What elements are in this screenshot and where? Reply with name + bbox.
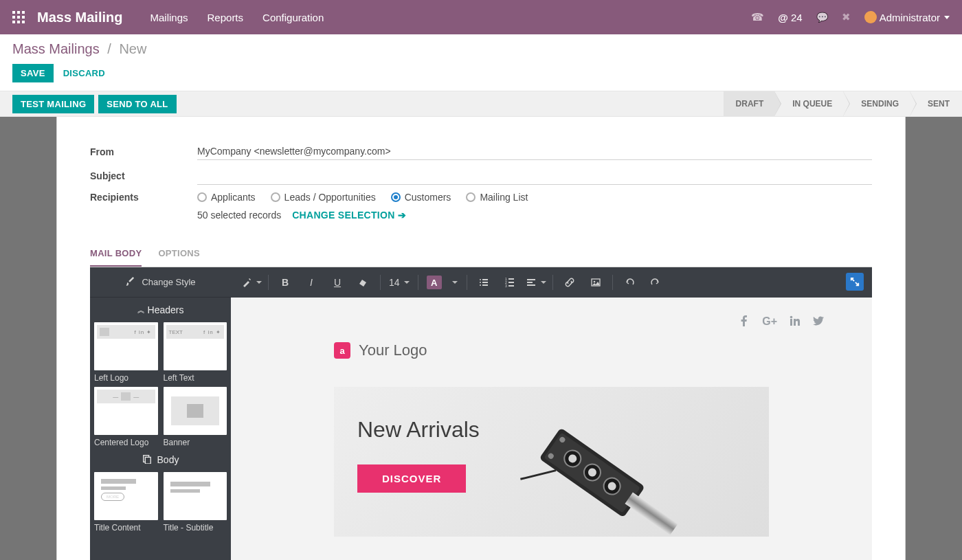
block-banner[interactable]: Banner xyxy=(164,387,227,447)
breadcrumb: Mass Mailings / New xyxy=(12,41,950,57)
facebook-icon[interactable] xyxy=(739,315,750,329)
product-image xyxy=(501,387,680,537)
fullscreen-button[interactable] xyxy=(846,273,864,291)
chevron-up-icon: ︽ xyxy=(137,305,142,315)
caret-down-icon xyxy=(944,16,950,19)
block-left-logo[interactable]: f in ✦ Left Logo xyxy=(94,322,158,383)
side-section-headers[interactable]: ︽ Headers xyxy=(90,298,231,322)
svg-point-6 xyxy=(480,284,481,286)
editor-sidebar: Change Style ︽ Headers f in ✦ Left Logo … xyxy=(90,267,231,560)
change-style-label: Change Style xyxy=(142,277,195,287)
subhead: Mass Mailings / New SAVE DISCARD xyxy=(0,34,962,91)
radio-leads[interactable]: Leads / Opportunities xyxy=(271,192,376,203)
image-button[interactable] xyxy=(583,273,608,292)
twitter-icon[interactable] xyxy=(813,315,824,329)
breadcrumb-sep: / xyxy=(107,41,111,56)
linkedin-icon[interactable] xyxy=(790,315,801,329)
menu-configuration[interactable]: Configuration xyxy=(262,12,324,23)
discard-button[interactable]: DISCARD xyxy=(63,68,105,78)
svg-rect-7 xyxy=(482,284,488,286)
stage-draft[interactable]: DRAFT xyxy=(724,91,775,116)
googleplus-icon[interactable]: G+ xyxy=(762,315,777,329)
form-tabs: MAIL BODY OPTIONS xyxy=(90,241,872,267)
clear-format-button[interactable] xyxy=(351,273,376,292)
svg-point-23 xyxy=(561,447,584,470)
block-centered-logo[interactable]: —— Centered Logo xyxy=(94,387,158,447)
viewbar: TEST MAILING SEND TO ALL DRAFT IN QUEUE … xyxy=(0,91,962,117)
ul-button[interactable] xyxy=(471,273,496,292)
side-section-body[interactable]: Body xyxy=(90,447,231,472)
block-title-subtitle[interactable]: Title - Subtitle xyxy=(164,472,227,533)
align-button[interactable] xyxy=(524,273,548,292)
svg-rect-1 xyxy=(145,457,150,464)
user-name: Administrator xyxy=(880,12,940,23)
font-color-button[interactable]: A xyxy=(423,273,446,292)
change-selection-button[interactable]: CHANGE SELECTION ➔ xyxy=(292,210,406,221)
recipients-radio-group: Applicants Leads / Opportunities Custome… xyxy=(197,192,528,203)
logo-text[interactable]: Your Logo xyxy=(359,341,427,359)
stage-inqueue[interactable]: IN QUEUE xyxy=(774,91,843,116)
svg-point-30 xyxy=(547,452,555,460)
apps-icon[interactable] xyxy=(12,11,25,23)
radio-customers[interactable]: Customers xyxy=(391,192,451,203)
social-row: G+ xyxy=(245,313,858,341)
link-button[interactable] xyxy=(557,273,582,292)
font-size-select[interactable]: 14 xyxy=(385,273,414,292)
menu-reports[interactable]: Reports xyxy=(208,12,244,23)
ol-button[interactable]: 123 xyxy=(497,273,522,292)
test-mailing-button[interactable]: TEST MAILING xyxy=(12,95,94,113)
svg-rect-3 xyxy=(482,279,488,280)
svg-point-26 xyxy=(587,467,599,478)
redo-button[interactable] xyxy=(643,273,668,292)
avatar xyxy=(864,11,877,23)
bold-button[interactable]: B xyxy=(273,273,298,292)
radio-mailinglist[interactable]: Mailing List xyxy=(466,192,528,203)
selection-count: 50 selected records xyxy=(197,210,281,221)
block-left-text[interactable]: TEXTf in ✦ Left Text xyxy=(164,322,227,383)
svg-point-2 xyxy=(480,279,481,280)
app-title: Mass Mailing xyxy=(37,10,122,25)
stage-sent[interactable]: SENT xyxy=(910,91,962,116)
mentions-button[interactable]: 24 xyxy=(778,12,802,23)
breadcrumb-root[interactable]: Mass Mailings xyxy=(12,41,100,56)
hero-title[interactable]: New Arrivals xyxy=(357,417,746,443)
svg-point-24 xyxy=(567,453,579,464)
stage-sending[interactable]: SENDING xyxy=(843,91,910,116)
svg-rect-13 xyxy=(508,285,514,287)
block-title-content[interactable]: MORE Title Content xyxy=(94,472,158,533)
breadcrumb-current: New xyxy=(119,41,146,56)
hero-cta-button[interactable]: DISCOVER xyxy=(357,464,466,493)
change-style-button[interactable]: Change Style xyxy=(90,267,231,298)
tab-options[interactable]: OPTIONS xyxy=(158,241,200,267)
main-menu: Mailings Reports Configuration xyxy=(150,12,324,23)
svg-rect-31 xyxy=(625,493,678,535)
italic-button[interactable]: I xyxy=(299,273,324,292)
at-icon xyxy=(778,12,788,23)
phone-icon[interactable] xyxy=(751,11,764,23)
save-button[interactable]: SAVE xyxy=(12,64,54,82)
subject-label: Subject xyxy=(90,170,197,181)
subject-input[interactable] xyxy=(197,167,872,185)
radio-applicants[interactable]: Applicants xyxy=(197,192,256,203)
logo-badge: a xyxy=(334,342,350,359)
from-input[interactable]: MyCompany <newsletter@mycompany.com> xyxy=(197,143,872,160)
settings-icon[interactable] xyxy=(842,11,851,23)
chat-icon[interactable] xyxy=(816,12,828,23)
editor-canvas[interactable]: G+ a Your Logo New Arrivals DISCOVER xyxy=(231,298,872,560)
svg-rect-22 xyxy=(544,432,640,513)
editor-main: B I U 14 A 123 xyxy=(231,267,872,560)
svg-point-4 xyxy=(480,282,481,283)
canvas-bg: From MyCompany <newsletter@mycompany.com… xyxy=(0,117,962,560)
magic-wand-button[interactable] xyxy=(239,273,264,292)
tab-mail-body[interactable]: MAIL BODY xyxy=(90,241,142,267)
font-color-caret[interactable] xyxy=(447,273,462,292)
from-label: From xyxy=(90,146,197,157)
user-menu[interactable]: Administrator xyxy=(864,11,950,23)
undo-button[interactable] xyxy=(617,273,642,292)
menu-mailings[interactable]: Mailings xyxy=(150,12,188,23)
underline-button[interactable]: U xyxy=(325,273,350,292)
topbar: Mass Mailing Mailings Reports Configurat… xyxy=(0,0,962,34)
editor-toolbar: B I U 14 A 123 xyxy=(231,267,872,298)
send-to-all-button[interactable]: SEND TO ALL xyxy=(98,95,176,113)
hero-block[interactable]: New Arrivals DISCOVER xyxy=(334,387,769,537)
